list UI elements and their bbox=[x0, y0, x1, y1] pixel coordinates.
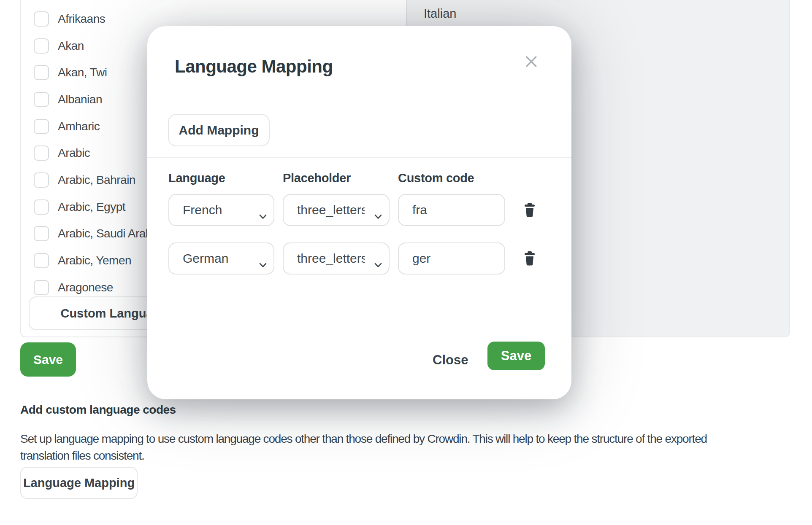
section-heading: Add custom language codes bbox=[20, 403, 176, 417]
trash-icon[interactable] bbox=[524, 251, 536, 266]
description-line: Set up language mapping to use custom la… bbox=[20, 431, 707, 447]
chevron-down-icon bbox=[374, 256, 382, 271]
language-label: Amharic bbox=[58, 119, 100, 134]
selected-value: French bbox=[183, 195, 222, 225]
language-label: Afrikaans bbox=[58, 11, 105, 27]
column-header-placeholder: Placeholder bbox=[283, 171, 351, 185]
close-icon[interactable] bbox=[525, 55, 538, 68]
checkbox[interactable] bbox=[34, 280, 49, 295]
language-label: Arabic, Egypt bbox=[58, 199, 125, 215]
language-mapping-modal: Language Mapping Add Mapping Language Pl… bbox=[147, 26, 571, 399]
language-select[interactable]: German bbox=[168, 242, 274, 275]
divider bbox=[147, 157, 571, 158]
column-header-language: Language bbox=[168, 171, 225, 185]
modal-save-button[interactable]: Save bbox=[487, 342, 545, 370]
checkbox[interactable] bbox=[34, 119, 49, 134]
language-label: Akan, Twi bbox=[58, 65, 107, 80]
trash-icon[interactable] bbox=[524, 203, 536, 217]
checkbox[interactable] bbox=[34, 226, 49, 241]
language-mapping-button[interactable]: Language Mapping bbox=[20, 467, 138, 499]
selected-value: three_letters_code bbox=[297, 243, 365, 274]
checkbox[interactable] bbox=[34, 145, 49, 161]
language-label: Arabic, Yemen bbox=[58, 253, 131, 268]
page-save-button[interactable]: Save bbox=[20, 342, 76, 377]
language-label: Arabic bbox=[58, 145, 90, 161]
chevron-down-icon bbox=[374, 208, 382, 222]
checkbox[interactable] bbox=[34, 199, 49, 215]
modal-close-button[interactable]: Close bbox=[433, 352, 468, 369]
selected-value: German bbox=[183, 243, 228, 274]
add-mapping-button[interactable]: Add Mapping bbox=[168, 114, 270, 146]
mapping-row: French three_letters_code bbox=[147, 194, 571, 226]
selected-language-item[interactable]: Italian bbox=[424, 7, 456, 21]
language-label: Aragonese bbox=[58, 280, 113, 295]
placeholder-select[interactable]: three_letters_code bbox=[283, 242, 390, 275]
checkbox[interactable] bbox=[34, 38, 49, 54]
checkbox[interactable] bbox=[34, 92, 49, 107]
placeholder-select[interactable]: three_letters_code bbox=[283, 194, 390, 226]
custom-code-input[interactable] bbox=[398, 194, 505, 226]
description-line: translation files consistent. bbox=[20, 447, 707, 464]
selected-value: three_letters_code bbox=[297, 195, 365, 225]
language-label: Albanian bbox=[58, 92, 102, 107]
language-label: Arabic, Bahrain bbox=[58, 172, 135, 188]
mapping-row: German three_letters_code bbox=[147, 242, 571, 275]
language-select[interactable]: French bbox=[168, 194, 274, 226]
language-label: Akan bbox=[58, 38, 84, 54]
column-header-custom-code: Custom code bbox=[398, 171, 474, 185]
chevron-down-icon bbox=[259, 256, 267, 271]
section-description: Set up language mapping to use custom la… bbox=[20, 431, 707, 464]
modal-title: Language Mapping bbox=[175, 57, 333, 77]
checkbox[interactable] bbox=[34, 253, 49, 268]
checkbox[interactable] bbox=[34, 172, 49, 188]
checkbox[interactable] bbox=[34, 65, 49, 80]
custom-code-input[interactable] bbox=[398, 242, 505, 275]
chevron-down-icon bbox=[259, 208, 267, 222]
language-label: Arabic, Saudi Arabia bbox=[58, 226, 161, 241]
checkbox[interactable] bbox=[34, 11, 49, 27]
